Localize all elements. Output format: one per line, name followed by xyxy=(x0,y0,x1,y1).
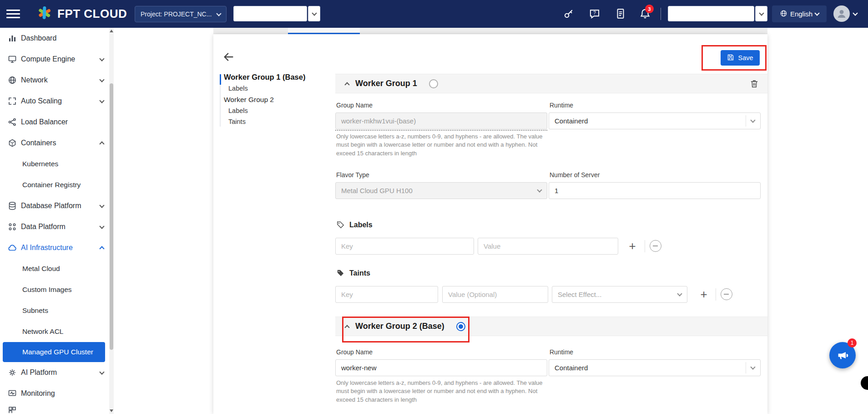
sidebar-item-managed-gpu-cluster[interactable]: Managed GPU Cluster xyxy=(3,342,105,362)
tree-link-wg1-labels[interactable]: Labels xyxy=(228,85,248,92)
collapse-icon[interactable] xyxy=(344,325,349,330)
sidebar-item-containers[interactable]: Containers xyxy=(0,133,114,153)
label-value-input[interactable] xyxy=(478,238,618,255)
taint-effect-placeholder: Select Effect... xyxy=(558,291,678,298)
navbar-select-1[interactable] xyxy=(233,6,307,21)
runtime-select[interactable]: Containerd xyxy=(549,112,761,129)
group-name-hint: Only lowercase letters a-z, numbers 0-9,… xyxy=(336,133,550,158)
sidebar-item-network-acl[interactable]: Network ACL xyxy=(0,321,114,342)
group-name-label: Group Name xyxy=(336,102,373,109)
tree-link-worker-group-2[interactable]: Worker Group 2 xyxy=(224,96,274,104)
flavor-type-select[interactable]: Metal Cloud GPU H100 xyxy=(335,182,547,199)
sidebar-item-network[interactable]: Network xyxy=(0,70,114,91)
sidebar-item-container-registry[interactable]: Container Registry xyxy=(0,174,114,195)
fab-badge: 1 xyxy=(848,338,857,348)
remove-label-button[interactable] xyxy=(650,240,661,252)
navbar-select-1-dropdown[interactable] xyxy=(308,6,320,21)
sidebar-item-label: Database Platform xyxy=(21,202,81,210)
avatar xyxy=(833,5,850,22)
language-selector[interactable]: English xyxy=(772,5,827,22)
taint-value-input[interactable] xyxy=(442,286,548,303)
navbar-divider xyxy=(661,8,661,20)
dashboard-icon xyxy=(8,34,17,43)
user-menu[interactable] xyxy=(833,5,857,22)
sidebar-item-kubernetes[interactable]: Kubernetes xyxy=(0,153,114,174)
sidebar: Dashboard Compute Engine Network Auto Sc… xyxy=(0,28,114,414)
sidebar-item-load-balancer[interactable]: Load Balancer xyxy=(0,112,114,133)
tree-link-wg2-taints[interactable]: Taints xyxy=(228,118,246,125)
runtime-label: Runtime xyxy=(550,102,573,109)
document-icon[interactable] xyxy=(615,8,626,20)
remove-taint-button[interactable] xyxy=(721,288,732,300)
runtime-select-2[interactable]: Containerd xyxy=(549,359,761,376)
sidebar-item-auto-scaling[interactable]: Auto Scaling xyxy=(0,91,114,112)
sidebar-item-database-platform[interactable]: Database Platform xyxy=(0,195,114,216)
sidebar-item-partial[interactable] xyxy=(0,404,114,413)
scroll-up-icon[interactable] xyxy=(110,30,113,32)
worker-group-2-radio[interactable] xyxy=(456,322,465,331)
back-button[interactable] xyxy=(222,51,235,63)
taint-key-input[interactable] xyxy=(335,286,438,303)
divider xyxy=(645,240,645,252)
sidebar-item-dashboard[interactable]: Dashboard xyxy=(0,28,114,49)
globe-icon xyxy=(780,10,787,19)
navbar-select-2-dropdown[interactable] xyxy=(755,6,767,21)
sidebar-item-monitoring[interactable]: Monitoring xyxy=(0,383,114,404)
tree-link-worker-group-1[interactable]: Worker Group 1 (Base) xyxy=(224,73,305,82)
sidebar-item-ai-infrastructure[interactable]: AI Infrastructure xyxy=(0,237,114,258)
chevron-down-icon xyxy=(537,187,542,192)
group-name-input[interactable] xyxy=(335,112,547,129)
sidebar-item-label: Data Platform xyxy=(21,223,66,231)
fpt-cloud-logo[interactable]: FPT CLOUD xyxy=(36,6,127,21)
help-chat-icon[interactable]: ? xyxy=(589,8,601,20)
database-icon xyxy=(8,201,17,210)
svg-text:?: ? xyxy=(593,10,596,15)
scroll-down-icon[interactable] xyxy=(110,409,113,412)
fpt-logo-icon xyxy=(36,6,53,21)
collapse-icon[interactable] xyxy=(344,82,349,87)
top-navbar: FPT CLOUD Project: PROJECT_NC... ? 3 Eng… xyxy=(0,0,868,28)
project-selector[interactable]: Project: PROJECT_NC... xyxy=(135,6,227,22)
sidebar-scrollbar[interactable] xyxy=(109,28,114,414)
sidebar-item-label: AI Infrastructure xyxy=(21,244,73,252)
sidebar-item-custom-images[interactable]: Custom Images xyxy=(0,279,114,300)
worker-groups-card: Save Worker Group 1 (Base) Labels Worker… xyxy=(213,34,767,414)
delete-group-icon[interactable] xyxy=(749,79,759,89)
divider xyxy=(716,288,716,301)
sidebar-item-label: Subnets xyxy=(22,307,48,315)
worker-group-1-radio[interactable] xyxy=(429,79,438,88)
grid-icon xyxy=(8,406,17,413)
active-tab-indicator[interactable] xyxy=(288,28,360,34)
sidebar-item-metal-cloud[interactable]: Metal Cloud xyxy=(0,258,114,279)
scaling-icon xyxy=(8,97,17,106)
sidebar-item-subnets[interactable]: Subnets xyxy=(0,300,114,321)
key-icon[interactable] xyxy=(563,8,575,20)
add-taint-button[interactable]: + xyxy=(697,286,711,303)
navbar-select-2[interactable] xyxy=(668,6,754,21)
labels-section-heading: Labels xyxy=(336,220,373,229)
sidebar-item-label: Container Registry xyxy=(22,181,81,189)
sidebar-item-compute-engine[interactable]: Compute Engine xyxy=(0,49,114,70)
monitoring-icon xyxy=(8,389,17,398)
panel-title: Worker Group 1 xyxy=(355,79,417,88)
sidebar-item-label: Metal Cloud xyxy=(22,265,60,273)
tree-link-wg2-labels[interactable]: Labels xyxy=(228,107,248,114)
taint-effect-select[interactable]: Select Effect... xyxy=(552,286,687,303)
worker-group-1-header[interactable]: Worker Group 1 xyxy=(335,74,767,93)
chevron-up-icon xyxy=(99,141,104,146)
add-label-button[interactable]: + xyxy=(626,238,639,255)
dashed-underline xyxy=(335,130,547,131)
chevron-down-icon xyxy=(853,10,858,15)
number-of-server-input[interactable] xyxy=(549,182,761,199)
box-icon xyxy=(8,138,17,148)
sidebar-item-data-platform[interactable]: Data Platform xyxy=(0,216,114,237)
label-key-input[interactable] xyxy=(335,238,474,255)
scrollbar-thumb[interactable] xyxy=(110,83,113,350)
sidebar-item-ai-platform[interactable]: AI Platform xyxy=(0,362,114,383)
save-button[interactable]: Save xyxy=(721,50,760,66)
tab-bar xyxy=(213,28,767,34)
hamburger-menu-icon[interactable] xyxy=(6,7,20,20)
data-grid-icon xyxy=(8,222,17,231)
worker-group-2-header[interactable]: Worker Group 2 (Base) xyxy=(335,317,767,336)
group-name-input-2[interactable] xyxy=(335,359,547,376)
